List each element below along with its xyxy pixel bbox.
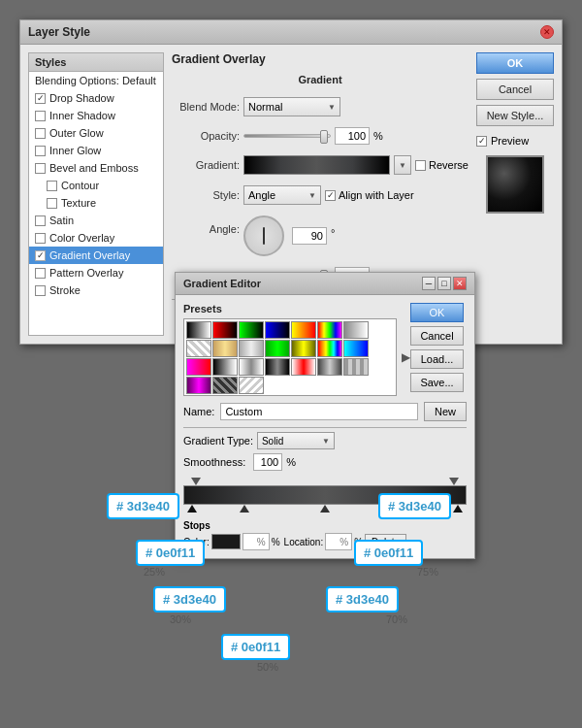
- preset-item[interactable]: [265, 321, 290, 339]
- preview-checkbox[interactable]: ✓: [476, 136, 487, 147]
- opacity-input[interactable]: [335, 127, 370, 145]
- ge-close-button[interactable]: ✕: [453, 277, 467, 290]
- contour-checkbox[interactable]: [47, 181, 57, 191]
- opacity-stop-right[interactable]: [449, 478, 459, 485]
- color-stop-2[interactable]: [240, 505, 249, 513]
- ge-ok-button[interactable]: OK: [410, 303, 464, 322]
- preset-item[interactable]: [317, 321, 342, 339]
- preset-item[interactable]: [239, 340, 264, 357]
- preset-item[interactable]: [186, 377, 211, 394]
- ge-save-button[interactable]: Save...: [410, 373, 464, 392]
- opacity-stop-left[interactable]: [191, 478, 201, 485]
- preset-item[interactable]: [317, 340, 342, 357]
- location-input[interactable]: [325, 533, 352, 550]
- stroke-label: Stroke: [49, 284, 81, 296]
- ge-minimize-button[interactable]: ─: [422, 277, 436, 290]
- gradient-arrow-icon[interactable]: ▼: [394, 155, 411, 175]
- preset-item[interactable]: [291, 321, 316, 339]
- color-stop-3[interactable]: [320, 505, 330, 513]
- color-stop-1[interactable]: [187, 505, 197, 513]
- new-style-button[interactable]: New Style...: [476, 105, 554, 126]
- smoothness-input[interactable]: [253, 453, 282, 471]
- style-item-blending[interactable]: Blending Options: Default: [29, 72, 163, 89]
- style-item-contour[interactable]: Contour: [29, 177, 163, 194]
- preset-item[interactable]: [239, 377, 264, 394]
- satin-checkbox[interactable]: [35, 215, 46, 226]
- preset-item[interactable]: [291, 358, 316, 376]
- angle-label: Angle:: [172, 223, 240, 235]
- angle-row: Angle: °: [172, 215, 469, 256]
- style-item-outer-glow[interactable]: Outer Glow: [29, 124, 163, 142]
- ge-main-area: Presets: [183, 303, 467, 396]
- inner-shadow-checkbox[interactable]: [35, 111, 46, 121]
- style-item-bevel[interactable]: Bevel and Emboss: [29, 159, 163, 177]
- ge-left-area: Presets: [183, 303, 401, 396]
- color-overlay-checkbox[interactable]: [35, 233, 46, 244]
- style-item-texture[interactable]: Texture: [29, 194, 163, 212]
- preset-item[interactable]: [265, 358, 290, 376]
- ge-maximize-button[interactable]: □: [437, 277, 451, 290]
- style-item-inner-shadow[interactable]: Inner Shadow: [29, 107, 163, 124]
- angle-input[interactable]: [292, 227, 327, 245]
- style-item-stroke[interactable]: Stroke: [29, 281, 163, 299]
- preset-item[interactable]: [212, 340, 238, 357]
- gradient-type-value: Solid: [262, 436, 283, 447]
- preset-item[interactable]: [239, 358, 264, 376]
- style-item-gradient-overlay[interactable]: ✓ Gradient Overlay: [29, 247, 163, 264]
- blend-mode-select[interactable]: Normal ▼: [243, 97, 340, 116]
- style-item-satin[interactable]: Satin: [29, 212, 163, 229]
- presets-scroll-right[interactable]: ▶: [402, 350, 410, 364]
- texture-checkbox[interactable]: [47, 198, 57, 209]
- style-item-drop-shadow[interactable]: ✓ Drop Shadow: [29, 89, 163, 107]
- align-row: ✓ Align with Layer: [325, 189, 414, 201]
- angle-dial[interactable]: [243, 215, 284, 256]
- preset-item[interactable]: [343, 358, 369, 376]
- style-item-pattern-overlay[interactable]: Pattern Overlay: [29, 264, 163, 281]
- preset-item[interactable]: [212, 358, 238, 376]
- ge-load-button[interactable]: Load...: [410, 349, 464, 369]
- align-checkbox[interactable]: ✓: [325, 190, 336, 201]
- reverse-checkbox[interactable]: [415, 160, 426, 171]
- preset-item[interactable]: [265, 340, 290, 357]
- close-button[interactable]: ✕: [540, 25, 554, 39]
- preset-item[interactable]: [212, 321, 238, 339]
- gradient-preview[interactable]: [243, 155, 390, 175]
- preset-item[interactable]: [186, 340, 211, 357]
- color-stop-swatch[interactable]: [211, 534, 241, 549]
- preset-item[interactable]: [343, 340, 369, 357]
- new-gradient-button[interactable]: New: [424, 402, 467, 421]
- style-item-inner-glow[interactable]: Inner Glow: [29, 142, 163, 159]
- stroke-checkbox[interactable]: [35, 285, 46, 296]
- gradient-type-select[interactable]: Solid ▼: [257, 432, 335, 449]
- cancel-button[interactable]: Cancel: [476, 79, 554, 100]
- preset-item[interactable]: [317, 358, 342, 376]
- name-input[interactable]: [220, 403, 418, 420]
- preset-item[interactable]: [212, 377, 238, 394]
- preset-item[interactable]: [343, 321, 369, 339]
- presets-label: Presets: [183, 303, 401, 314]
- color-stop-5[interactable]: [453, 505, 463, 513]
- preset-item[interactable]: [239, 321, 264, 339]
- opacity-thumb[interactable]: [320, 130, 328, 144]
- ge-window-controls: ─ □ ✕: [422, 277, 467, 290]
- drop-shadow-checkbox[interactable]: ✓: [35, 93, 46, 104]
- gradient-overlay-checkbox[interactable]: ✓: [35, 250, 46, 261]
- preset-item[interactable]: [186, 358, 211, 376]
- inner-glow-checkbox[interactable]: [35, 146, 46, 156]
- preset-item[interactable]: [186, 321, 211, 339]
- style-select[interactable]: Angle ▼: [243, 185, 321, 205]
- style-item-color-overlay[interactable]: Color Overlay: [29, 229, 163, 247]
- pct-70: 70%: [386, 613, 407, 625]
- gradient-overlay-label: Gradient Overlay: [49, 249, 130, 261]
- ge-cancel-button[interactable]: Cancel: [410, 326, 464, 346]
- opacity-slider[interactable]: [243, 134, 331, 138]
- color-stop-pct-input[interactable]: [242, 533, 270, 550]
- pct-30: 30%: [170, 613, 191, 625]
- bevel-checkbox[interactable]: [35, 163, 46, 174]
- preset-item[interactable]: [291, 340, 316, 357]
- pattern-overlay-checkbox[interactable]: [35, 268, 46, 279]
- ok-button[interactable]: OK: [476, 52, 554, 74]
- preview-label: Preview: [491, 135, 529, 147]
- satin-label: Satin: [49, 215, 74, 226]
- outer-glow-checkbox[interactable]: [35, 128, 46, 139]
